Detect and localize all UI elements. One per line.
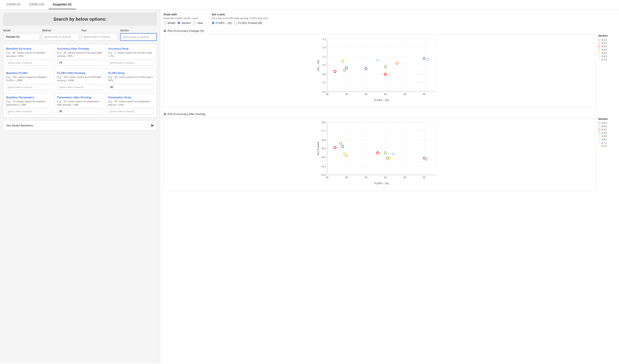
svg-text:78.5: 78.5	[321, 121, 326, 124]
triangle-button[interactable]	[151, 124, 154, 127]
model-input[interactable]	[3, 33, 40, 40]
legend-item-2-3.2: 2.3.2	[598, 48, 616, 51]
svg-text:50: 50	[365, 176, 367, 179]
grid-input-8[interactable]	[108, 108, 154, 114]
svg-text:45: 45	[345, 176, 348, 179]
left-panel: Search by below options: Model Method Ye…	[0, 9, 160, 364]
svg-text:40: 40	[326, 176, 328, 179]
svg-text:Acc ↓ (%): Acc ↓ (%)	[317, 60, 320, 71]
grid-title-8: Parameters Drop	[108, 96, 154, 99]
svg-text:0.4: 0.4	[323, 64, 326, 66]
svg-text:1.3: 1.3	[323, 55, 326, 58]
year-input[interactable]	[81, 33, 118, 40]
svg-text:3.2: 3.2	[323, 38, 326, 41]
draw-section-option[interactable]: Section	[177, 21, 191, 25]
svg-text:55: 55	[384, 93, 387, 96]
grid-title-0: Baseline Accuracy	[6, 47, 52, 50]
baselines-label: See Model Baselines	[6, 124, 33, 127]
method-input[interactable]	[42, 33, 79, 40]
search-grid: Baseline Accuracy E.g., `90` means searc…	[3, 44, 157, 117]
legend-item-2-2.3: 2.2.3	[598, 42, 616, 44]
tab-cifar10[interactable]: CIFAR-10	[2, 0, 24, 9]
search-header: Search by below options:	[3, 13, 157, 26]
draw-with-subtitle: Draw with [model, section, year]	[164, 17, 203, 20]
legend-item-2-3.2: 2.3.2	[598, 131, 616, 134]
legend-item-2-4.1: 2.4.1	[598, 55, 616, 57]
grid-desc-3: E.g., `100` means search for baseline FL…	[6, 75, 52, 82]
legend-item-2-3.1: 2.3.1	[598, 128, 616, 131]
chart1-title: ⊠ Plot of Accuracy Change (%)	[164, 29, 616, 32]
svg-text:77.7: 77.7	[321, 129, 326, 132]
grid-cell-0: Baseline Accuracy E.g., `90` means searc…	[3, 44, 55, 69]
grid-cell-2: Accuracy Drop E.g., `2` means search for…	[106, 44, 156, 69]
svg-rect-0	[327, 39, 436, 92]
grid-input-1[interactable]	[57, 60, 102, 66]
grid-cell-1: Accuracy After Pruning E.g., `90` means …	[55, 44, 105, 69]
grid-title-4: FLOPs After Pruning	[57, 71, 102, 75]
grid-desc-7: E.g., `10` means search for parameters a…	[57, 100, 102, 107]
draw-model-option[interactable]: Model	[164, 21, 175, 25]
svg-text:-1.5: -1.5	[322, 81, 326, 84]
grid-title-2: Accuracy Drop	[108, 47, 154, 50]
grid-input-0[interactable]	[6, 60, 52, 66]
svg-text:65: 65	[423, 176, 425, 179]
legend-item-2-2.3: 2.2.3	[598, 125, 616, 127]
grid-cell-7: Parameters after Pruning E.g., `10` mean…	[55, 93, 105, 117]
xaxis-subtitle: Set x-axis to [FLOPs after pruning, FLOP…	[212, 17, 267, 20]
svg-text:55: 55	[384, 176, 387, 179]
grid-input-5[interactable]	[108, 84, 154, 90]
legend-item-2-7.1: 2.7.1	[598, 141, 616, 144]
grid-input-4[interactable]	[57, 84, 102, 90]
search-title: Search by below options:	[7, 17, 153, 22]
xaxis-flops-pruned-option[interactable]: FLOPs Pruned (M)	[234, 21, 262, 25]
grid-cell-6: Baseline Parameters E.g., `10` means sea…	[3, 93, 55, 117]
grid-input-2[interactable]	[108, 60, 154, 66]
svg-text:76.8: 76.8	[321, 139, 326, 142]
tab-cifar100[interactable]: CIFAR-100	[24, 0, 48, 9]
grid-desc-6: E.g., `10` means search for baseline par…	[6, 100, 52, 107]
grid-desc-2: E.g., `2` means search for accuracy drop…	[108, 51, 154, 58]
chart2-legend: Section 2.2.1 2.2.3 2.3.1 2.3.2 2.3.3 2.…	[598, 117, 616, 191]
xaxis-group: Set x-axis Set x-axis to [FLOPs after pr…	[212, 13, 267, 25]
section-input[interactable]	[120, 33, 157, 41]
grid-title-7: Parameters after Pruning	[57, 96, 102, 99]
xaxis-flops-drop-option[interactable]: FLOPs ↓ (%)	[212, 21, 232, 25]
legend-item-2-7.2: 2.7.2	[598, 58, 616, 61]
grid-input-3[interactable]	[6, 84, 52, 90]
grid-input-7[interactable]	[57, 108, 102, 114]
legend-item-2-2.1: 2.2.1	[598, 122, 616, 124]
grid-desc-1: E.g., `90` means search for accuracy aft…	[57, 51, 102, 58]
grid-title-1: Accuracy After Pruning	[57, 47, 102, 50]
legend-item-2-3.1: 2.3.1	[598, 45, 616, 48]
xaxis-title: Set x-axis	[212, 13, 267, 16]
svg-text:73.5: 73.5	[321, 174, 326, 176]
svg-text:FLOPs ↓ (%): FLOPs ↓ (%)	[374, 182, 389, 185]
svg-text:-2.5: -2.5	[322, 90, 326, 93]
legend-item-2-3.3: 2.3.3	[598, 135, 616, 138]
svg-text:40: 40	[326, 93, 328, 96]
grid-cell-4: FLOPs After Pruning E.g., `100` means se…	[55, 69, 105, 93]
chart2-label: Plot of Accuracy After Pruning	[168, 112, 205, 116]
legend-item-2-2.1: 2.2.1	[598, 38, 616, 41]
chart1-legend-title: Section	[598, 34, 616, 37]
legend-item-2-3.3: 2.3.3	[598, 52, 616, 54]
draw-with-title: Draw with	[164, 13, 203, 16]
legend-item-2-7.2: 2.7.2	[598, 145, 616, 147]
grid-input-6[interactable]	[6, 108, 52, 114]
model-label: Model	[3, 29, 40, 32]
grid-title-3: Baseline FLOPs	[6, 71, 52, 75]
svg-text:2.3: 2.3	[323, 46, 326, 49]
draw-with-group: Draw with Draw with [model, section, yea…	[164, 13, 203, 25]
chart1-label: Plot of Accuracy Change (%)	[168, 29, 204, 32]
grid-desc-4: E.g., `100` means search for FLOPs after…	[57, 75, 102, 82]
grid-desc-8: E.g., `50` means search for parameters d…	[108, 100, 154, 107]
baselines-row[interactable]: See Model Baselines	[3, 121, 157, 130]
svg-text:-0.6: -0.6	[322, 73, 326, 75]
draw-year-option[interactable]: Year	[193, 21, 203, 25]
svg-text:60: 60	[404, 176, 406, 179]
svg-text:Acc Pruned: Acc Pruned	[317, 142, 320, 155]
tab-imagenet1k[interactable]: ImageNet-1K	[49, 0, 76, 9]
svg-text:FLOPs ↓ (%): FLOPs ↓ (%)	[374, 98, 389, 101]
chart1-section: ⊠ Plot of Accuracy Change (%) 4045505560…	[164, 29, 616, 108]
method-label: Method	[42, 29, 79, 32]
